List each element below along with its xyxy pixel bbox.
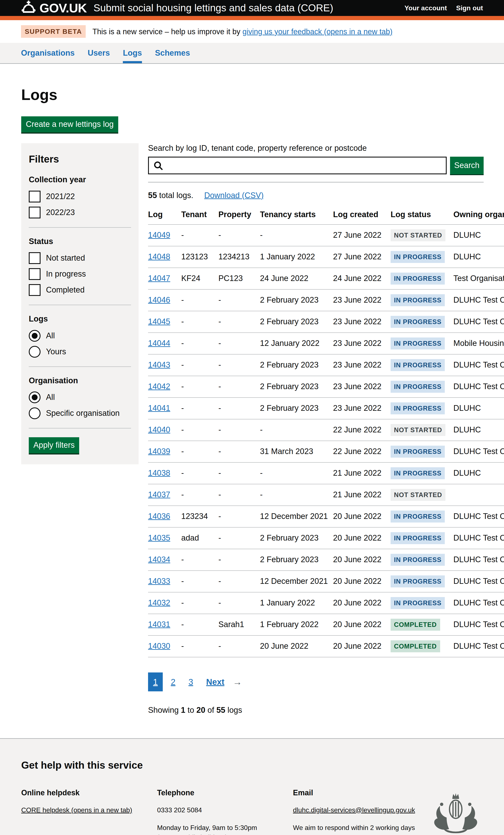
total-logs-text: 55 total logs. — [148, 190, 194, 201]
radio-logs-yours[interactable]: Yours — [29, 346, 131, 358]
service-name-link[interactable]: Submit social housing lettings and sales… — [94, 2, 333, 14]
log-link[interactable]: 14036 — [148, 512, 170, 521]
your-account-link[interactable]: Your account — [404, 4, 447, 12]
cell-log-created: 23 June 2022 — [333, 376, 390, 398]
radio-logs-all[interactable]: All — [29, 330, 131, 342]
status-tag: In progress — [390, 338, 445, 349]
search-input[interactable] — [149, 158, 446, 174]
cell-log-status: In progress — [390, 441, 453, 463]
log-link[interactable]: 14047 — [148, 274, 170, 283]
log-link[interactable]: 14046 — [148, 296, 170, 304]
core-helpdesk-link[interactable]: CORE helpdesk (opens in a new tab) — [21, 806, 132, 814]
cell-tenant: - — [181, 441, 218, 463]
cell-log-created: 20 June 2022 — [333, 527, 390, 549]
radio-organisation-specific[interactable]: Specific organisation — [29, 407, 131, 419]
cell-owning-org: DLUHC Test Org — [453, 527, 504, 549]
status-tag: In progress — [390, 294, 445, 306]
checkbox-box[interactable] — [29, 252, 41, 264]
checkbox-label: Completed — [46, 285, 85, 295]
page-link-1[interactable]: 1 — [148, 672, 163, 691]
log-link[interactable]: 14030 — [148, 641, 170, 650]
log-link[interactable]: 14048 — [148, 252, 170, 261]
log-link[interactable]: 14044 — [148, 339, 170, 348]
total-logs-count: 55 — [148, 191, 157, 200]
checkbox-completed[interactable]: Completed — [29, 284, 131, 296]
sign-out-link[interactable]: Sign out — [456, 4, 483, 12]
radio-button[interactable] — [29, 346, 41, 358]
checkbox-2022-23[interactable]: 2022/23 — [29, 207, 131, 219]
cell-property: - — [218, 398, 260, 419]
cell-tenant: - — [181, 592, 218, 614]
radio-button[interactable] — [29, 391, 41, 403]
checkbox-box[interactable] — [29, 191, 41, 202]
nav-item-users[interactable]: Users — [88, 43, 110, 63]
govuk-logotype[interactable]: GOV.UK — [39, 0, 87, 16]
cell-tenancy-starts: 1 January 2022 — [260, 592, 333, 614]
nav-item-organisations[interactable]: Organisations — [21, 43, 75, 63]
cell-property: - — [218, 484, 260, 506]
checkbox-box[interactable] — [29, 284, 41, 296]
log-link[interactable]: 14041 — [148, 404, 170, 412]
page-link-2[interactable]: 2 — [166, 672, 180, 691]
log-link[interactable]: 14043 — [148, 360, 170, 369]
cell-property: - — [218, 549, 260, 571]
filter-divider — [29, 227, 131, 228]
feedback-link[interactable]: giving us your feedback (opens in a new … — [243, 27, 392, 36]
cell-tenant: KF24 — [181, 268, 218, 289]
cell-tenancy-starts: 12 December 2021 — [260, 506, 333, 527]
search-button[interactable]: Search — [450, 157, 484, 174]
log-link[interactable]: 14042 — [148, 382, 170, 391]
nav-item-logs[interactable]: Logs — [123, 43, 142, 63]
log-link[interactable]: 14034 — [148, 555, 170, 564]
log-link[interactable]: 14049 — [148, 230, 170, 239]
log-link[interactable]: 14039 — [148, 447, 170, 456]
telephone-holidays: (except public holidays) — [157, 833, 293, 835]
cell-log-status: Completed — [390, 635, 453, 657]
cell-owning-org: DLUHC Test Org — [453, 571, 504, 592]
radio-organisation-all[interactable]: All — [29, 391, 131, 403]
log-link[interactable]: 14037 — [148, 490, 170, 499]
total-logs-suffix: total logs. — [157, 191, 193, 200]
checkbox-box[interactable] — [29, 207, 41, 219]
phase-banner-message: This is a new service – help us improve … — [93, 27, 242, 36]
checkbox-in-progress[interactable]: In progress — [29, 268, 131, 280]
page-title: Logs — [21, 85, 504, 104]
checkbox-not-started[interactable]: Not started — [29, 252, 131, 264]
checkbox-2021-22[interactable]: 2021/22 — [29, 191, 131, 202]
logs-table: Log Tenant Property Tenancy starts Log c… — [148, 205, 504, 657]
telephone-heading: Telephone — [157, 788, 293, 797]
cell-log-status: In progress — [390, 289, 453, 311]
log-link[interactable]: 14040 — [148, 425, 170, 434]
cell-log-status: Not started — [390, 419, 453, 441]
log-link[interactable]: 14045 — [148, 317, 170, 326]
footer-heading: Get help with this service — [21, 759, 483, 772]
apply-filters-button[interactable]: Apply filters — [29, 437, 79, 453]
log-link[interactable]: 14032 — [148, 598, 170, 607]
cell-owning-org: DLUHC Test Org — [453, 311, 504, 333]
results-summary: Showing 1 to 20 of 55 logs — [148, 705, 484, 738]
create-lettings-log-button[interactable]: Create a new lettings log — [21, 116, 118, 133]
results-divider — [148, 182, 484, 183]
cell-log-created: 22 June 2022 — [333, 441, 390, 463]
checkbox-box[interactable] — [29, 268, 41, 280]
log-link[interactable]: 14038 — [148, 469, 170, 477]
status-tag: Not started — [390, 424, 445, 436]
cell-property: - — [218, 224, 260, 246]
log-link[interactable]: 14033 — [148, 577, 170, 586]
log-link[interactable]: 14035 — [148, 533, 170, 542]
summary-text: to — [185, 706, 196, 714]
filter-divider — [29, 428, 131, 428]
radio-button[interactable] — [29, 407, 41, 419]
email-link[interactable]: dluhc.digital-services@levellingup.gov.u… — [293, 806, 415, 814]
status-tag: In progress — [390, 272, 445, 285]
next-page-link[interactable]: Next — [201, 672, 229, 691]
download-csv-link[interactable]: Download (CSV) — [204, 190, 264, 201]
table-row: 14039 - - 31 March 2023 22 June 2022 In … — [148, 441, 504, 463]
page-link-3[interactable]: 3 — [184, 672, 198, 691]
nav-item-schemes[interactable]: Schemes — [155, 43, 190, 63]
cell-log-created: 20 June 2022 — [333, 592, 390, 614]
cell-tenant: - — [181, 333, 218, 354]
log-link[interactable]: 14031 — [148, 620, 170, 629]
main-content: Search by log ID, tenant code, property … — [148, 143, 504, 738]
radio-button[interactable] — [29, 330, 41, 342]
